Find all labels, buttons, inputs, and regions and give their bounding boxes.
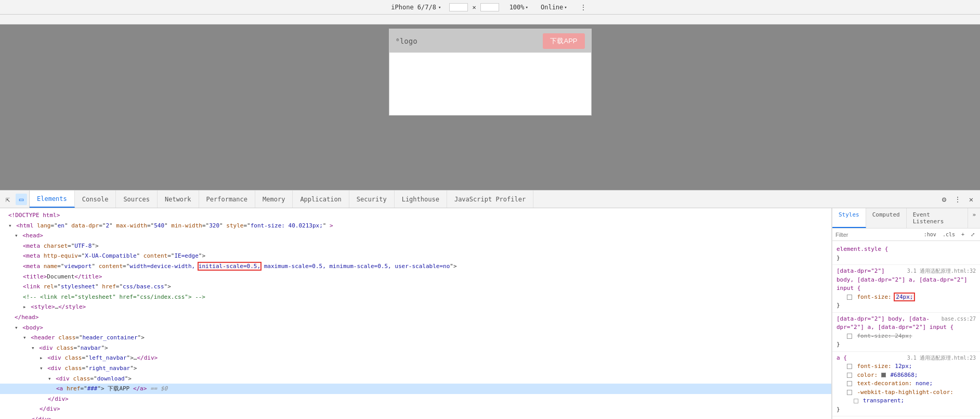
header-open: ▾ <header class="header_container">: [0, 333, 831, 343]
div-download-close: </div>: [0, 394, 831, 404]
height-input[interactable]: 667: [480, 3, 499, 11]
a-download[interactable]: <a href="###"> 下载APP </a> == $0: [0, 384, 831, 394]
tab-application-label: Application: [300, 196, 341, 203]
devtools-container: ⇱ ▭ Elements Console Sources Network Per…: [0, 190, 980, 419]
styles-filter-input[interactable]: Filter: [835, 232, 920, 238]
tab-more-icon[interactable]: »: [968, 208, 980, 228]
div-right-navbar: ▾ <div class="right_navbar">: [0, 363, 831, 374]
devtools-tabs: ⇱ ▭ Elements Console Sources Network Per…: [0, 190, 980, 208]
style-rule-data-dpr-1: [data-dpr="2"] 3.1 通用适配原理.html:32 body, …: [832, 265, 980, 313]
phone-preview: ⁰logo 下载APP: [389, 29, 592, 116]
tab-network[interactable]: Network: [158, 191, 199, 208]
styles-panel: Styles Computed Event Listeners » Filter…: [832, 208, 980, 419]
zoom-label: 100%: [509, 4, 525, 11]
triangle-icon[interactable]: ▾: [8, 222, 12, 229]
tab-lighthouse-label: Lighthouse: [402, 196, 439, 203]
tab-computed[interactable]: Computed: [866, 208, 907, 228]
tab-console-label: Console: [82, 196, 109, 203]
cursor-icon[interactable]: ⇱: [2, 194, 14, 205]
style-line: ▸ <style>…</style>: [0, 302, 831, 312]
html-doctype: <!DOCTYPE html>: [0, 210, 831, 221]
styles-content: element.style { } [data-dpr="2"] 3.1 通用适…: [832, 241, 980, 419]
tab-console[interactable]: Console: [75, 191, 116, 208]
zoom-dropdown[interactable]: 100% ▾: [507, 3, 530, 12]
tab-security-label: Security: [357, 196, 387, 203]
zoom-chevron-icon: ▾: [526, 5, 528, 10]
style-checkbox2[interactable]: [847, 334, 852, 339]
devtools-left-icons: ⇱ ▭: [0, 191, 30, 208]
elements-panel: <!DOCTYPE html> ▾ <html lang="en" data-d…: [0, 208, 832, 419]
devtools-close-icon[interactable]: ✕: [965, 194, 977, 205]
div-navbar: ▾ <div class="navbar">: [0, 343, 831, 353]
filter-cls-btn[interactable]: .cls: [940, 231, 957, 238]
phone-download-button[interactable]: 下载APP: [543, 33, 584, 49]
dimension-x: ✕: [472, 4, 476, 11]
meta-compat: <meta http-equiv="X-UA-Compatible" conte…: [0, 251, 831, 261]
triangle-icon[interactable]: ▾: [48, 375, 51, 382]
triangle-icon[interactable]: ▾: [15, 324, 18, 331]
comment-line: <!-- <link rel="stylesheet" href="css/in…: [0, 292, 831, 302]
style-rule-a2: a { base.css:12 font-size: 12px;: [832, 416, 980, 419]
tab-elements[interactable]: Elements: [30, 191, 75, 208]
styles-filter-bar: Filter :hov .cls + ⤢: [832, 228, 980, 241]
style-checkbox4[interactable]: [847, 373, 852, 378]
tab-application[interactable]: Application: [293, 191, 349, 208]
devtools-main: <!DOCTYPE html> ▾ <html lang="en" data-d…: [0, 208, 980, 419]
tab-lighthouse[interactable]: Lighthouse: [395, 191, 447, 208]
tab-elements-label: Elements: [37, 195, 67, 202]
filter-hov-btn[interactable]: :hov: [922, 231, 938, 238]
tab-event-listeners[interactable]: Event Listeners: [907, 208, 969, 228]
device-label: iPhone 6/7/8: [391, 4, 436, 11]
style-checkbox3[interactable]: [847, 364, 852, 369]
filter-expand-btn[interactable]: ⤢: [969, 231, 977, 238]
triangle-icon[interactable]: ▸: [40, 354, 43, 361]
tab-spacer: [533, 191, 935, 208]
devtools-more-icon[interactable]: ⋮: [952, 194, 963, 205]
devtools-right-icons: ⚙ ⋮ ✕: [935, 191, 980, 208]
meta-viewport: <meta name="viewport" content="width=dev…: [0, 261, 831, 272]
width-input[interactable]: 375: [449, 3, 468, 11]
device-selector[interactable]: iPhone 6/7/8 ▾: [391, 4, 441, 11]
device-chevron-icon: ▾: [438, 5, 441, 10]
phone-body: [389, 53, 591, 115]
tab-sources[interactable]: Sources: [116, 191, 158, 208]
style-checkbox6[interactable]: [847, 390, 852, 395]
meta-charset: <meta charset="UTF-8">: [0, 241, 831, 251]
style-rule-data-dpr-2: [data-dpr="2"] body, [data- base.css:27 …: [832, 313, 980, 352]
tab-memory-label: Memory: [263, 196, 285, 203]
div-left-navbar: ▸ <div class="left_navbar">…</div>: [0, 353, 831, 363]
color-swatch: [881, 373, 886, 377]
div-right-close: </div>: [0, 404, 831, 414]
tab-performance[interactable]: Performance: [199, 191, 255, 208]
tab-javascript-profiler[interactable]: JavaScript Profiler: [447, 191, 533, 208]
phone-logo: ⁰logo: [396, 37, 417, 45]
devtools-settings-icon[interactable]: ⚙: [938, 194, 950, 205]
styles-tab-bar: Styles Computed Event Listeners »: [832, 208, 980, 228]
triangle-icon[interactable]: ▾: [31, 345, 35, 351]
settings-icon[interactable]: ⋮: [578, 2, 589, 13]
network-dropdown[interactable]: Online ▾: [539, 3, 569, 12]
style-checkbox[interactable]: [847, 295, 852, 300]
tab-memory[interactable]: Memory: [255, 191, 293, 208]
div-navbar-close: </div>: [0, 414, 831, 419]
filter-add-btn[interactable]: +: [959, 231, 966, 238]
tab-performance-label: Performance: [206, 196, 247, 203]
div-download: ▾ <div class="download">: [0, 374, 831, 384]
triangle-icon[interactable]: ▾: [23, 334, 27, 341]
filter-buttons: :hov .cls + ⤢: [922, 231, 977, 238]
triangle-icon[interactable]: ▾: [15, 232, 18, 239]
style-checkbox5[interactable]: [847, 381, 852, 386]
tab-styles[interactable]: Styles: [832, 208, 866, 228]
triangle-icon[interactable]: ▾: [40, 365, 43, 372]
full-page: iPhone 6/7/8 ▾ 375 ✕ 667 100% ▾ Online ▾…: [0, 0, 980, 419]
tab-sources-label: Sources: [123, 196, 150, 203]
head-close: </head>: [0, 312, 831, 323]
style-rule-element: element.style { }: [832, 243, 980, 265]
preview-area: ⁰logo 下载APP: [0, 24, 980, 190]
device-toggle-icon[interactable]: ▭: [16, 194, 27, 205]
triangle-icon[interactable]: ▸: [23, 303, 27, 310]
network-chevron-icon: ▾: [564, 5, 567, 10]
tab-security[interactable]: Security: [349, 191, 395, 208]
style-rule-selector: element.style {: [837, 245, 976, 254]
link-base: <link rel="stylesheet" href="css/base.cs…: [0, 282, 831, 292]
